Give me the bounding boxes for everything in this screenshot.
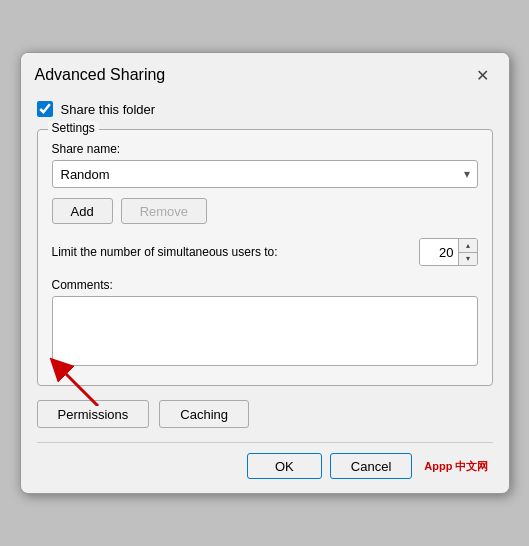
share-name-select[interactable]: Random: [52, 160, 478, 188]
title-bar: Advanced Sharing ✕: [21, 53, 509, 95]
dialog-title: Advanced Sharing: [35, 66, 166, 84]
share-name-select-wrapper: Random: [52, 160, 478, 188]
permissions-button[interactable]: Permissions: [37, 400, 150, 428]
comments-label: Comments:: [52, 278, 478, 292]
settings-legend: Settings: [48, 121, 99, 135]
add-remove-row: Add Remove: [52, 198, 478, 224]
spinner-up-button[interactable]: ▴: [459, 239, 477, 252]
caching-button[interactable]: Caching: [159, 400, 249, 428]
settings-group: Settings Share name: Random Add Remove L…: [37, 129, 493, 386]
dialog-body: Share this folder Settings Share name: R…: [21, 95, 509, 493]
share-folder-checkbox[interactable]: [37, 101, 53, 117]
actions-row: Permissions Caching: [37, 400, 493, 428]
share-name-label: Share name:: [52, 142, 478, 156]
share-folder-label[interactable]: Share this folder: [61, 102, 156, 117]
simultaneous-spinner: ▴ ▾: [419, 238, 478, 266]
simultaneous-row: Limit the number of simultaneous users t…: [52, 238, 478, 266]
simultaneous-input[interactable]: [420, 239, 458, 265]
comments-textarea[interactable]: [52, 296, 478, 366]
simultaneous-label: Limit the number of simultaneous users t…: [52, 245, 411, 259]
remove-button[interactable]: Remove: [121, 198, 207, 224]
footer-row: OK Cancel Appp 中文网: [37, 453, 493, 479]
spinner-down-button[interactable]: ▾: [459, 252, 477, 265]
divider: [37, 442, 493, 443]
advanced-sharing-dialog: Advanced Sharing ✕ Share this folder Set…: [20, 52, 510, 494]
watermark: Appp 中文网: [424, 459, 488, 474]
close-button[interactable]: ✕: [471, 63, 495, 87]
ok-button[interactable]: OK: [247, 453, 322, 479]
spinner-buttons: ▴ ▾: [458, 239, 477, 265]
add-button[interactable]: Add: [52, 198, 113, 224]
cancel-button[interactable]: Cancel: [330, 453, 412, 479]
share-folder-row: Share this folder: [37, 101, 493, 117]
